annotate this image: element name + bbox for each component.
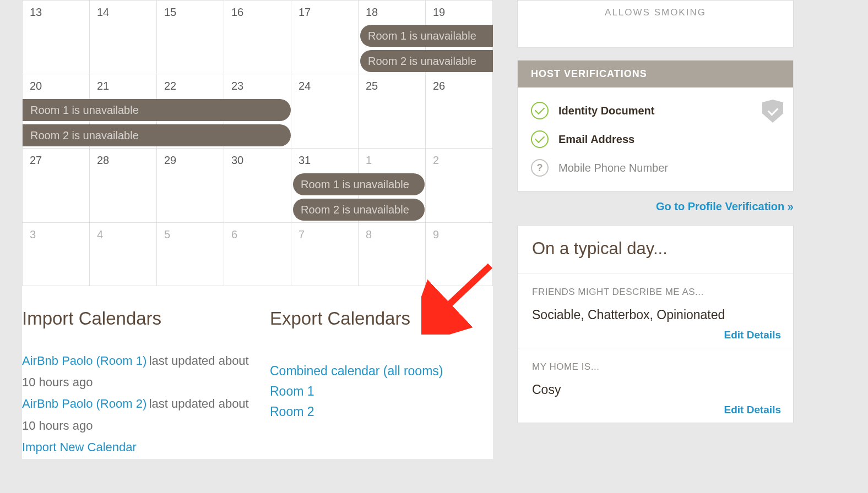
- import-heading: Import Calendars: [22, 308, 270, 329]
- day-cell[interactable]: 17: [291, 0, 359, 74]
- profile-verification-link[interactable]: Go to Profile Verification »: [517, 200, 794, 213]
- verification-item: Email Address: [531, 130, 780, 148]
- verification-item: ? Mobile Phone Number: [531, 159, 780, 177]
- import-calendars: Import Calendars AirBnb Paolo (Room 1) l…: [22, 308, 270, 459]
- day-cell[interactable]: 3: [23, 223, 90, 286]
- import-updated-text: last updated about: [149, 354, 249, 368]
- edit-details-link[interactable]: Edit Details: [724, 404, 781, 416]
- event-pill[interactable]: Room 1 is unavailable: [360, 25, 493, 47]
- export-room-link[interactable]: Room 1: [270, 381, 493, 402]
- verification-label: Identity Document: [558, 105, 654, 117]
- export-combined-link[interactable]: Combined calendar (all rooms): [270, 361, 493, 381]
- main-column: 13 14 15 16 17 18 19 Room 1 is unavailab…: [22, 0, 493, 459]
- verification-label: Mobile Phone Number: [558, 162, 668, 174]
- import-updated-text: 10 hours ago: [22, 419, 93, 432]
- event-pill[interactable]: Room 1 is unavailable: [293, 173, 425, 195]
- day-cell[interactable]: 28: [90, 149, 157, 223]
- day-cell[interactable]: 30: [224, 149, 291, 223]
- calendar-week-4: 3 4 5 6 7 8 9: [23, 223, 493, 286]
- typical-day-heading: On a typical day...: [518, 226, 793, 273]
- day-cell[interactable]: 14: [90, 0, 157, 74]
- day-cell[interactable]: 29: [157, 149, 224, 223]
- my-home-section: MY HOME IS... Cosy Edit Details: [518, 348, 793, 423]
- describe-me-value: Sociable, Chatterbox, Opinionated: [532, 308, 779, 322]
- day-cell[interactable]: 2: [426, 149, 493, 223]
- event-pill[interactable]: Room 2 is unavailable: [23, 124, 291, 146]
- event-pill[interactable]: Room 2 is unavailable: [293, 199, 425, 221]
- day-cell[interactable]: 4: [90, 223, 157, 286]
- day-cell[interactable]: 8: [359, 223, 426, 286]
- event-pill[interactable]: Room 2 is unavailable: [360, 50, 493, 72]
- edit-details-link[interactable]: Edit Details: [724, 329, 781, 341]
- import-calendar-link[interactable]: AirBnb Paolo (Room 1): [22, 354, 147, 368]
- sidebar: ALLOWS SMOKING HOST VERIFICATIONS Identi…: [517, 0, 794, 435]
- host-verifications-heading: HOST VERIFICATIONS: [518, 61, 793, 87]
- day-cell[interactable]: 25: [359, 74, 426, 149]
- question-circle-icon: ?: [531, 159, 549, 177]
- describe-me-label: FRIENDS MIGHT DESCRIBE ME AS...: [532, 287, 779, 298]
- day-cell[interactable]: 6: [224, 223, 291, 286]
- describe-me-section: FRIENDS MIGHT DESCRIBE ME AS... Sociable…: [518, 273, 793, 348]
- check-circle-icon: [531, 130, 549, 148]
- allows-smoking-card: ALLOWS SMOKING: [517, 0, 794, 48]
- day-cell[interactable]: 7: [291, 223, 359, 286]
- day-cell[interactable]: 27: [23, 149, 90, 223]
- calendar-week-2: 20 21 22 23 24 25 26 Room 1 is unavailab…: [23, 74, 493, 149]
- export-heading: Export Calendars: [270, 308, 493, 329]
- calendar-week-1: 13 14 15 16 17 18 19 Room 1 is unavailab…: [23, 0, 493, 74]
- day-cell[interactable]: 26: [426, 74, 493, 149]
- day-cell[interactable]: 16: [224, 0, 291, 74]
- event-pill[interactable]: Room 1 is unavailable: [23, 99, 291, 121]
- verification-label: Email Address: [558, 133, 634, 146]
- calendar-week-3: 27 28 29 30 31 1 2 Room 1 is unavailable…: [23, 149, 493, 223]
- calendars-io-section: Import Calendars AirBnb Paolo (Room 1) l…: [22, 286, 493, 459]
- import-calendar-link[interactable]: AirBnb Paolo (Room 2): [22, 397, 147, 410]
- export-calendars: Export Calendars Combined calendar (all …: [270, 308, 493, 459]
- import-new-calendar-link[interactable]: Import New Calendar: [22, 440, 137, 454]
- day-cell[interactable]: 13: [23, 0, 90, 74]
- my-home-value: Cosy: [532, 382, 779, 397]
- export-room-link[interactable]: Room 2: [270, 402, 493, 422]
- verification-item: Identity Document: [531, 102, 780, 119]
- calendar-grid: 13 14 15 16 17 18 19 Room 1 is unavailab…: [22, 0, 493, 286]
- day-cell[interactable]: 9: [426, 223, 493, 286]
- day-cell[interactable]: 24: [291, 74, 359, 149]
- import-updated-text: 10 hours ago: [22, 375, 93, 389]
- day-cell[interactable]: 5: [157, 223, 224, 286]
- day-cell[interactable]: 15: [157, 0, 224, 74]
- import-updated-text: last updated about: [149, 397, 249, 410]
- typical-day-card: On a typical day... FRIENDS MIGHT DESCRI…: [517, 225, 794, 423]
- check-circle-icon: [531, 102, 549, 119]
- allows-smoking-label: ALLOWS SMOKING: [605, 7, 706, 18]
- my-home-label: MY HOME IS...: [532, 361, 779, 373]
- host-verifications-card: HOST VERIFICATIONS Identity Document Ema…: [517, 60, 794, 191]
